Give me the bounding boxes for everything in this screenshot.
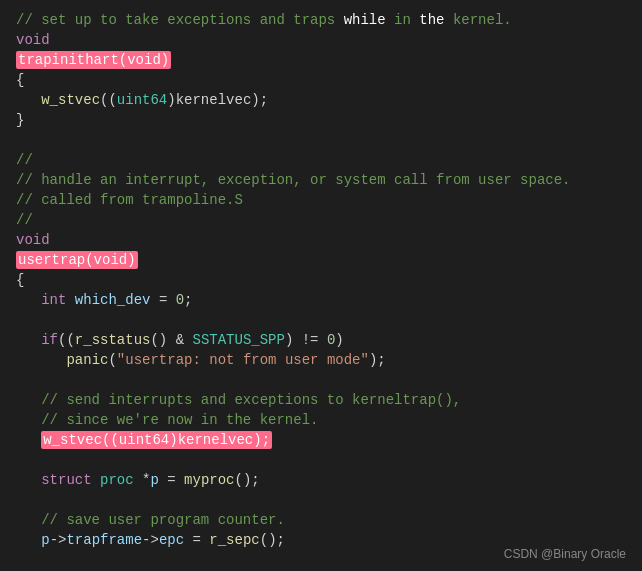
line-5: w_stvec((uint64)kernelvec); [16,90,626,110]
watermark: CSDN @Binary Oracle [504,547,626,561]
code-container: // set up to take exceptions and traps w… [0,0,642,571]
trapinithart-highlight: trapinithart(void) [16,51,171,69]
line-blank-2 [16,310,626,330]
line-24: struct proc *p = myproc(); [16,470,626,490]
line-8: // [16,150,626,170]
wstvec-highlight: w_stvec((uint64)kernelvec); [41,431,272,449]
line-blank-1 [16,130,626,150]
line-22: w_stvec((uint64)kernelvec); [16,430,626,450]
line-blank-5 [16,490,626,510]
line-18: panic("usertrap: not from user mode"); [16,350,626,370]
line-13: usertrap(void) [16,250,626,270]
line-15: int which_dev = 0; [16,290,626,310]
line-20: // send interrupts and exceptions to ker… [16,390,626,410]
line-10: // called from trampoline.S [16,190,626,210]
line-17: if((r_sstatus() & SSTATUS_SPP) != 0) [16,330,626,350]
line-6: } [16,110,626,130]
line-blank-4 [16,450,626,470]
line-2: void [16,30,626,50]
line-blank-3 [16,370,626,390]
line-12: void [16,230,626,250]
line-3: trapinithart(void) [16,50,626,70]
line-4: { [16,70,626,90]
line-26: // save user program counter. [16,510,626,530]
line-14: { [16,270,626,290]
line-21: // since we're now in the kernel. [16,410,626,430]
line-11: // [16,210,626,230]
usertrap-highlight: usertrap(void) [16,251,138,269]
line-9: // handle an interrupt, exception, or sy… [16,170,626,190]
line-1: // set up to take exceptions and traps w… [16,10,626,30]
